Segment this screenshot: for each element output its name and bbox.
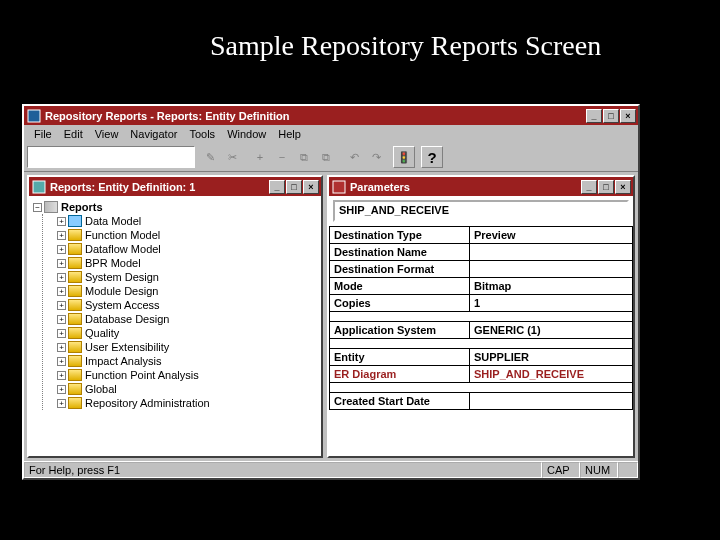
param-value[interactable] bbox=[470, 261, 633, 278]
param-row[interactable]: Copies1 bbox=[330, 295, 633, 312]
expand-icon[interactable]: + bbox=[57, 357, 66, 366]
tree-root-row[interactable]: − Reports bbox=[33, 200, 317, 214]
tree-window-icon bbox=[31, 179, 47, 195]
toolbar-btn-2[interactable]: ✂ bbox=[221, 146, 243, 168]
param-maximize-button[interactable]: □ bbox=[598, 180, 614, 194]
param-row[interactable]: Created Start Date bbox=[330, 393, 633, 410]
tree-minimize-button[interactable]: _ bbox=[269, 180, 285, 194]
toolbar-btn-3[interactable]: + bbox=[249, 146, 271, 168]
param-label: Destination Type bbox=[330, 227, 470, 244]
param-label: Mode bbox=[330, 278, 470, 295]
expand-icon[interactable]: + bbox=[57, 259, 66, 268]
param-row[interactable]: Destination Format bbox=[330, 261, 633, 278]
tree-item[interactable]: +Function Model bbox=[57, 228, 317, 242]
tree-item[interactable]: +User Extensibility bbox=[57, 340, 317, 354]
folder-icon bbox=[68, 355, 82, 367]
expand-icon[interactable]: + bbox=[57, 217, 66, 226]
param-row[interactable]: ModeBitmap bbox=[330, 278, 633, 295]
tree-item[interactable]: +Global bbox=[57, 382, 317, 396]
tree-item-label: System Design bbox=[85, 271, 159, 283]
tree-item-label: Impact Analysis bbox=[85, 355, 161, 367]
tree-children: +Data Model+Function Model+Dataflow Mode… bbox=[42, 214, 317, 410]
tree-title-bar: Reports: Entity Definition: 1 _ □ × bbox=[29, 177, 321, 196]
tree-item[interactable]: +System Design bbox=[57, 270, 317, 284]
param-close-button[interactable]: × bbox=[615, 180, 631, 194]
minimize-button[interactable]: _ bbox=[586, 109, 602, 123]
status-bar: For Help, press F1 CAP NUM bbox=[24, 461, 638, 478]
menu-edit[interactable]: Edit bbox=[58, 127, 89, 141]
folder-icon bbox=[68, 215, 82, 227]
param-row[interactable]: Destination TypePreview bbox=[330, 227, 633, 244]
folder-icon bbox=[68, 271, 82, 283]
folder-icon bbox=[68, 313, 82, 325]
folder-icon bbox=[68, 341, 82, 353]
param-label: Destination Format bbox=[330, 261, 470, 278]
toolbar-btn-6[interactable]: ⧉ bbox=[315, 146, 337, 168]
param-value[interactable]: GENERIC (1) bbox=[470, 322, 633, 339]
param-label: Entity bbox=[330, 349, 470, 366]
param-window-title: Parameters bbox=[350, 181, 580, 193]
menu-tools[interactable]: Tools bbox=[183, 127, 221, 141]
tree-item[interactable]: +Module Design bbox=[57, 284, 317, 298]
expand-icon[interactable]: + bbox=[57, 329, 66, 338]
expand-icon[interactable]: + bbox=[57, 287, 66, 296]
toolbar: ✎ ✂ + − ⧉ ⧉ ↶ ↷ 🚦 ? bbox=[24, 143, 638, 172]
svg-rect-0 bbox=[28, 110, 40, 122]
toolbar-btn-1[interactable]: ✎ bbox=[199, 146, 221, 168]
toolbar-btn-7[interactable]: ↶ bbox=[343, 146, 365, 168]
tree-item[interactable]: +BPR Model bbox=[57, 256, 317, 270]
expand-icon[interactable]: + bbox=[57, 371, 66, 380]
param-value[interactable]: SHIP_AND_RECEIVE bbox=[470, 366, 633, 383]
tree-root: − Reports +Data Model+Function Model+Dat… bbox=[29, 196, 321, 414]
param-row[interactable]: EntitySUPPLIER bbox=[330, 349, 633, 366]
param-minimize-button[interactable]: _ bbox=[581, 180, 597, 194]
toolbar-btn-5[interactable]: ⧉ bbox=[293, 146, 315, 168]
tree-item[interactable]: +Impact Analysis bbox=[57, 354, 317, 368]
toolbar-btn-8[interactable]: ↷ bbox=[365, 146, 387, 168]
tree-item[interactable]: +Database Design bbox=[57, 312, 317, 326]
param-value[interactable]: SUPPLIER bbox=[470, 349, 633, 366]
tree-item[interactable]: +Repository Administration bbox=[57, 396, 317, 410]
expand-icon[interactable]: + bbox=[57, 399, 66, 408]
menu-file[interactable]: File bbox=[28, 127, 58, 141]
param-value[interactable]: 1 bbox=[470, 295, 633, 312]
tree-close-button[interactable]: × bbox=[303, 180, 319, 194]
expand-icon[interactable]: + bbox=[57, 231, 66, 240]
menu-window[interactable]: Window bbox=[221, 127, 272, 141]
param-window-icon bbox=[331, 179, 347, 195]
tree-item[interactable]: +Quality bbox=[57, 326, 317, 340]
expand-icon[interactable]: + bbox=[57, 301, 66, 310]
expand-icon[interactable]: + bbox=[57, 315, 66, 324]
close-button[interactable]: × bbox=[620, 109, 636, 123]
tree-maximize-button[interactable]: □ bbox=[286, 180, 302, 194]
expand-icon[interactable]: + bbox=[57, 385, 66, 394]
tree-item[interactable]: +Function Point Analysis bbox=[57, 368, 317, 382]
menu-help[interactable]: Help bbox=[272, 127, 307, 141]
expand-icon[interactable]: + bbox=[57, 273, 66, 282]
toolbar-run-button[interactable]: 🚦 bbox=[393, 146, 415, 168]
expand-icon[interactable]: + bbox=[57, 343, 66, 352]
param-value[interactable]: Preview bbox=[470, 227, 633, 244]
toolbar-btn-4[interactable]: − bbox=[271, 146, 293, 168]
param-row[interactable]: ER DiagramSHIP_AND_RECEIVE bbox=[330, 366, 633, 383]
toolbar-help-button[interactable]: ? bbox=[421, 146, 443, 168]
param-label: Application System bbox=[330, 322, 470, 339]
collapse-icon[interactable]: − bbox=[33, 203, 42, 212]
expand-icon[interactable]: + bbox=[57, 245, 66, 254]
tree-item[interactable]: +System Access bbox=[57, 298, 317, 312]
param-value[interactable] bbox=[470, 393, 633, 410]
param-value[interactable]: Bitmap bbox=[470, 278, 633, 295]
param-value[interactable] bbox=[470, 244, 633, 261]
tree-item[interactable]: +Dataflow Model bbox=[57, 242, 317, 256]
param-row[interactable]: Destination Name bbox=[330, 244, 633, 261]
param-label: Created Start Date bbox=[330, 393, 470, 410]
tree-item[interactable]: +Data Model bbox=[57, 214, 317, 228]
menu-view[interactable]: View bbox=[89, 127, 125, 141]
tree-item-label: System Access bbox=[85, 299, 160, 311]
param-header-field[interactable]: SHIP_AND_RECEIVE bbox=[333, 200, 629, 222]
toolbar-combo[interactable] bbox=[27, 146, 195, 168]
param-row[interactable]: Application SystemGENERIC (1) bbox=[330, 322, 633, 339]
menu-navigator[interactable]: Navigator bbox=[124, 127, 183, 141]
maximize-button[interactable]: □ bbox=[603, 109, 619, 123]
parameters-window: Parameters _ □ × SHIP_AND_RECEIVE Destin… bbox=[327, 175, 635, 458]
